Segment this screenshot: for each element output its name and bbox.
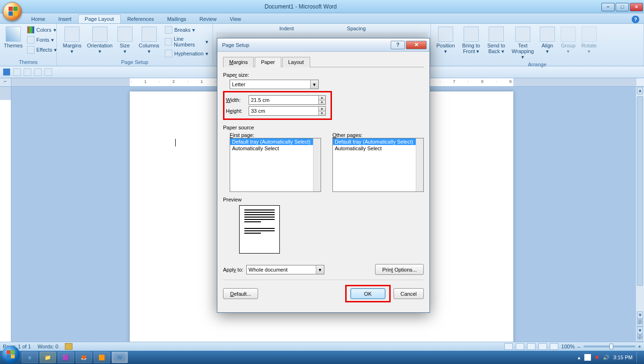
page-setup-dialog: Page Setup ? ✕ Margins Paper Layout Pape… <box>217 38 430 313</box>
dropdown-icon[interactable]: ▾ <box>316 265 324 274</box>
spin-up-icon[interactable]: ▴ <box>318 107 325 111</box>
list-item[interactable]: Automatically Select <box>333 145 423 152</box>
listbox-scrollbar[interactable] <box>416 138 423 191</box>
office-logo-icon <box>9 7 18 16</box>
paper-size-combo[interactable]: ▾ <box>230 80 319 89</box>
dialog-tabs: Margins Paper Layout <box>223 56 424 67</box>
separator <box>223 280 424 280</box>
height-spinner[interactable]: ▴▾ <box>249 106 326 116</box>
list-item[interactable]: Automatically Select <box>230 145 321 152</box>
dropdown-icon[interactable]: ▾ <box>310 80 318 89</box>
width-input[interactable] <box>249 96 318 104</box>
office-button[interactable] <box>3 2 22 21</box>
height-input[interactable] <box>249 107 318 115</box>
other-pages-listbox[interactable]: Default tray (Automatically Select) Auto… <box>332 138 424 192</box>
dialog-tab-layout[interactable]: Layout <box>282 57 310 67</box>
height-label: Height: <box>226 108 249 114</box>
apply-to-label: Apply to: <box>223 267 243 273</box>
first-page-listbox[interactable]: Default tray (Automatically Select) Auto… <box>230 138 321 192</box>
dialog-help-button[interactable]: ? <box>391 41 405 49</box>
first-page-label: First page: <box>230 132 321 138</box>
highlight-ok: OK <box>345 285 391 302</box>
width-spinner[interactable]: ▴▾ <box>249 95 326 105</box>
dialog-title: Page Setup <box>222 42 250 48</box>
spin-down-icon[interactable]: ▾ <box>318 111 325 116</box>
paper-size-value[interactable] <box>230 80 310 89</box>
other-pages-label: Other pages: <box>332 132 424 138</box>
paper-source-label: Paper source <box>223 125 424 130</box>
apply-to-value[interactable] <box>247 265 316 274</box>
width-label: Width: <box>226 97 249 103</box>
listbox-scrollbar[interactable] <box>313 138 321 191</box>
spin-up-icon[interactable]: ▴ <box>318 96 325 100</box>
list-item[interactable]: Default tray (Automatically Select) <box>230 138 321 145</box>
preview-thumbnail <box>239 205 280 254</box>
dialog-tab-paper[interactable]: Paper <box>255 57 281 67</box>
print-options-button[interactable]: Print Options... <box>375 264 424 275</box>
dialog-close-button[interactable]: ✕ <box>406 41 427 49</box>
ok-button[interactable]: OK <box>350 288 385 299</box>
list-item[interactable]: Default tray (Automatically Select) <box>333 138 423 145</box>
highlight-width-height: Width: ▴▾ Height: ▴▾ <box>223 91 332 120</box>
apply-to-combo[interactable]: ▾ <box>246 265 324 274</box>
preview-label: Preview <box>223 197 424 202</box>
dialog-tab-margins[interactable]: Margins <box>223 57 254 67</box>
dialog-titlebar[interactable]: Page Setup ? ✕ <box>217 38 429 52</box>
paper-size-label: Paper size: <box>223 72 424 78</box>
cancel-button[interactable]: Cancel <box>394 288 424 299</box>
spin-down-icon[interactable]: ▾ <box>318 100 325 105</box>
modal-overlay: Page Setup ? ✕ Margins Paper Layout Pape… <box>0 0 644 364</box>
default-button[interactable]: Default... <box>223 288 258 299</box>
